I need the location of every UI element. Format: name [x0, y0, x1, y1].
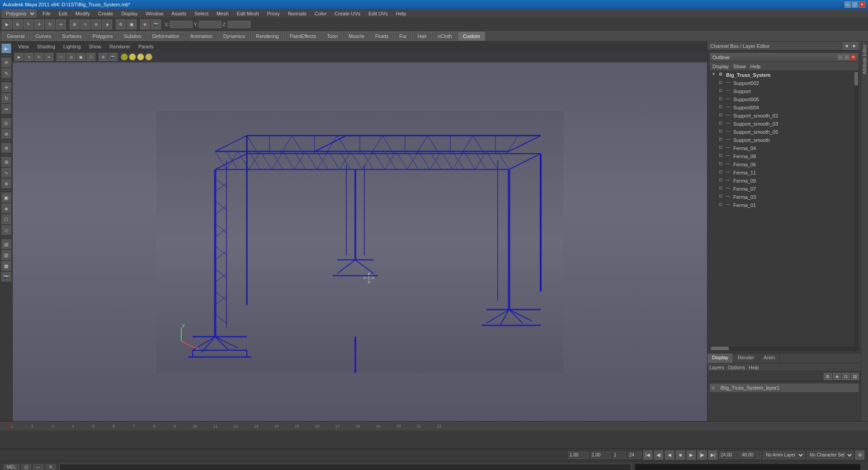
vp-smooth[interactable]: ◎: [66, 53, 75, 61]
tool-move[interactable]: ✛: [34, 19, 44, 29]
vp-menu-view[interactable]: View: [16, 43, 31, 50]
outliner-item-ferma-06[interactable]: ⊡ — Ferma_06: [710, 160, 854, 169]
tool-show-manip[interactable]: ⊕: [1, 143, 11, 153]
y-coord[interactable]: [199, 21, 222, 28]
vp-menu-renderer[interactable]: Renderer: [108, 43, 132, 50]
outliner-item-ferma-04[interactable]: ⊡ — Ferma_04: [710, 144, 854, 152]
timeline-track[interactable]: [0, 431, 868, 448]
cb-subtab-help[interactable]: Help: [749, 365, 759, 370]
tab-hair[interactable]: Hair: [413, 32, 432, 41]
menu-proxy[interactable]: Proxy: [265, 10, 282, 17]
menu-create-uvs[interactable]: Create UVs: [333, 10, 362, 17]
vp-lighting-2[interactable]: [129, 53, 136, 61]
tab-custom[interactable]: Custom: [458, 32, 485, 41]
outliner-item-support-smooth-02[interactable]: ⊡ — Support_smooth_02: [710, 112, 854, 120]
play-next-key[interactable]: |▶: [698, 451, 707, 460]
outliner-hscroll-thumb[interactable]: [711, 347, 729, 350]
outliner-item-ferma-07[interactable]: ⊡ — Ferma_07: [710, 185, 854, 193]
menu-create[interactable]: Create: [96, 10, 115, 17]
vp-scale-tool[interactable]: ⇔: [44, 53, 53, 61]
outliner-row-group[interactable]: ▼ ⊞ Big_Truss_System: [710, 71, 854, 79]
outliner-item-support[interactable]: ⊡ — Support: [710, 87, 854, 95]
tool-lasso-btn[interactable]: ⟳: [1, 57, 11, 67]
outliner-item-support-smooth-03[interactable]: ⊡ — Support_smooth_03: [710, 120, 854, 128]
tool-poly-3[interactable]: ⬡: [1, 214, 11, 224]
menu-modify[interactable]: Modify: [74, 10, 92, 17]
snap-surface[interactable]: ◈: [102, 19, 112, 29]
tool-scale[interactable]: ⇔: [56, 19, 66, 29]
tab-general[interactable]: General: [2, 32, 29, 41]
playback-start-input[interactable]: [719, 451, 740, 459]
tool-poly-4[interactable]: ◇: [1, 225, 11, 235]
outliner-item-ferma-03[interactable]: ⊡ — Ferma_03: [710, 193, 854, 201]
vp-rotate-tool[interactable]: ↻: [34, 53, 43, 61]
vp-lighting-4[interactable]: [145, 53, 152, 61]
play-prev[interactable]: ◀: [665, 451, 674, 460]
menu-help[interactable]: Help: [394, 10, 408, 17]
outliner-item-ferma-01[interactable]: ⊡ — Ferma_01: [710, 201, 854, 209]
toggle-camera[interactable]: 📷: [151, 19, 161, 29]
close-button[interactable]: ✕: [859, 1, 865, 8]
menu-assets[interactable]: Assets: [170, 10, 188, 17]
snap-grid[interactable]: ⊞: [70, 19, 80, 29]
character-set-select[interactable]: No Character Set: [807, 451, 854, 459]
vp-lighting-3[interactable]: [137, 53, 144, 61]
viewport-canvas[interactable]: x y: [13, 62, 707, 421]
cb-tab-anim[interactable]: Anim: [759, 353, 780, 363]
tab-dynamics[interactable]: Dynamics: [218, 32, 250, 41]
script-btn-3[interactable]: ✕: [46, 464, 56, 470]
cb-tool-2[interactable]: ◈: [833, 373, 841, 380]
menu-mesh[interactable]: Mesh: [215, 10, 231, 17]
tab-subdivs[interactable]: Subdivs: [119, 32, 146, 41]
cb-left-btn[interactable]: ◀: [843, 42, 850, 50]
vp-shaded[interactable]: ⬡: [86, 53, 95, 61]
current-frame-input[interactable]: [590, 451, 611, 459]
menu-select[interactable]: Select: [193, 10, 210, 17]
outliner-menu-help[interactable]: Help: [750, 64, 761, 69]
outliner-scrollbar[interactable]: [854, 71, 859, 346]
tab-ncloth[interactable]: nCloth: [433, 32, 457, 41]
tool-rotate[interactable]: ↻: [45, 19, 55, 29]
keyframe-input[interactable]: [613, 451, 626, 459]
menu-edit[interactable]: Edit: [57, 10, 69, 17]
menu-window[interactable]: Window: [144, 10, 165, 17]
cb-tool-3[interactable]: ⊡: [842, 373, 850, 380]
outliner-item-ferma-08[interactable]: ⊡ — Ferma_08: [710, 152, 854, 160]
timeline-ruler[interactable]: 1 2 3 4 5 6 7 8 9 10 11 12 13 14 15 16 1…: [0, 422, 868, 431]
tool-poly-1[interactable]: ▣: [1, 193, 11, 202]
mel-button[interactable]: MEL: [4, 464, 19, 470]
timeline-playhead[interactable]: [9, 422, 10, 431]
tab-surfaces[interactable]: Surfaces: [57, 32, 86, 41]
menu-edit-mesh[interactable]: Edit Mesh: [235, 10, 261, 17]
mode-dropdown[interactable]: Polygons: [2, 9, 36, 18]
show-manipulator[interactable]: ⊕: [140, 19, 150, 29]
tab-deformation[interactable]: Deformation: [147, 32, 184, 41]
tool-select-btn[interactable]: ▶: [1, 43, 11, 53]
cb-tool-1[interactable]: ⊞: [824, 373, 832, 380]
cb-right-btn[interactable]: ▶: [851, 42, 858, 50]
x-coord[interactable]: [170, 21, 193, 28]
playback-end-input[interactable]: [741, 451, 761, 459]
outliner-item-ferma-09[interactable]: ⊡ — Ferma_09: [710, 177, 854, 185]
play-forward[interactable]: ▶: [687, 451, 696, 460]
vp-move-tool[interactable]: ✛: [24, 53, 33, 61]
tab-rendering[interactable]: Rendering: [251, 32, 284, 41]
menu-file[interactable]: File: [41, 10, 52, 17]
menu-color[interactable]: Color: [313, 10, 328, 17]
vp-menu-lighting[interactable]: Lighting: [61, 43, 83, 50]
tool-region-3[interactable]: ▦: [1, 261, 11, 271]
anim-layer-select[interactable]: No Anim Layer: [763, 451, 805, 459]
outliner-item-support004[interactable]: ⊡ — Support004: [710, 103, 854, 112]
outliner-close[interactable]: ✕: [850, 55, 856, 60]
menu-display[interactable]: Display: [119, 10, 139, 17]
tool-move-btn[interactable]: ✛: [1, 82, 11, 92]
outliner-item-support002[interactable]: ⊡ — Support002: [710, 79, 854, 87]
tool-region-1[interactable]: ▤: [1, 239, 11, 249]
tool-lasso[interactable]: ⊕: [13, 19, 23, 29]
vp-select-tool[interactable]: ▶: [14, 53, 24, 61]
outliner-content[interactable]: ▼ ⊞ Big_Truss_System ⊡ — Support002 ⊡ —: [710, 71, 854, 346]
cb-tool-4[interactable]: ▤: [851, 373, 859, 380]
snap-point-btn[interactable]: ⊛: [1, 179, 11, 188]
outliner-minimize[interactable]: ─: [838, 55, 843, 60]
attribute-editor-tab[interactable]: Attribute Editor: [861, 42, 868, 76]
